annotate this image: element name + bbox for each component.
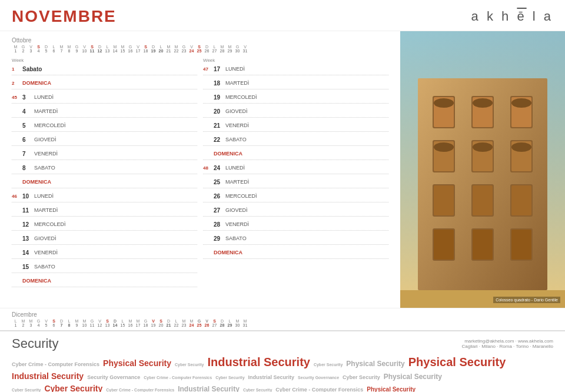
- schedule-area: Week 1 Sabato 2 DOMENICA 45 3 Lunedì: [12, 58, 388, 291]
- tag-physical-security-4: Physical Security: [384, 373, 442, 382]
- tag-industrial-security-4: Industrial Security: [178, 385, 240, 392]
- week-row: DOMENICA: [12, 277, 197, 287]
- logo-akhela: a k h ē l a: [471, 9, 553, 24]
- tag-physical-security-2: Physical Security: [346, 360, 404, 369]
- week-row: DOMENICA: [12, 178, 197, 188]
- week-row: 5 Mercoledì: [12, 121, 197, 132]
- week-row: 14 Venerdì: [12, 248, 197, 259]
- tag-physical-security-1: Physical Security: [103, 358, 171, 368]
- tag-row-3: Cyber Security Cyber Security Cyber Crim…: [12, 383, 553, 392]
- photo-area: Colosseo quadrato - Dario Gentile: [400, 31, 565, 308]
- week-row: 11 Martedì: [12, 206, 197, 217]
- week-row: 19 Mercoledì: [203, 93, 388, 104]
- week-row: 25 Martedì: [203, 178, 388, 188]
- week-row: 1 Sabato: [12, 65, 197, 75]
- ottobre-day-headers: M G V S D L M M G V S D L M M G V S D L: [12, 45, 388, 49]
- week-row: 13 Giovedì: [12, 234, 197, 245]
- tag-cyber-crime-1: Cyber Crime - Computer Forensics: [12, 361, 99, 368]
- svg-rect-23: [473, 185, 493, 215]
- week-row: 48 24 Lunedì: [203, 164, 388, 174]
- tag-cyber-security-1: Cyber Security: [175, 362, 204, 367]
- tag-physical-security-3: Physical Security: [408, 354, 506, 370]
- svg-rect-31: [511, 230, 531, 260]
- svg-rect-29: [473, 230, 493, 260]
- ottobre-dates: 1 2 3 4 5 6 7 8 9 10 11 12 13 14 15 16 1…: [12, 49, 388, 53]
- security-section: Security marketing@akhela.com · www.akhe…: [0, 330, 565, 392]
- dicembre-label: Dicembre: [12, 311, 553, 318]
- tag-industrial-security-2: Industrial Security: [12, 371, 84, 381]
- tag-physical-security-5: Physical Security: [367, 386, 416, 392]
- tag-cyber-security-7: Cyber Security: [243, 387, 272, 392]
- week-row: 45 3 Lunedì: [12, 93, 197, 104]
- week-row: 15 Sabato: [12, 263, 197, 273]
- week-row: 12 Mercoledì: [12, 220, 197, 231]
- week-col-right: Week 47 17 Lunedì 18 Martedì 19 Mercoled…: [203, 58, 388, 291]
- tag-cyber-security-3: Cyber Security: [215, 375, 244, 380]
- security-header: Security marketing@akhela.com · www.akhe…: [12, 336, 553, 351]
- week-row: 21 Venerdì: [203, 121, 388, 132]
- week-row: 18 Martedì: [203, 79, 388, 89]
- week-row: 8 Sabato: [12, 164, 197, 174]
- tag-cyber-security-2: Cyber Security: [314, 362, 343, 367]
- building-image: [400, 31, 565, 308]
- main-content: Ottobre M G V S D L M M G V S D L M M G …: [0, 31, 565, 308]
- dicembre-day-headers: L M M G V S D L M M G V S D L M M G V S …: [12, 319, 553, 323]
- tag-row-2: Industrial Security Security Governance …: [12, 371, 553, 382]
- week-row: 27 Giovedì: [203, 206, 388, 217]
- svg-point-4: [434, 98, 454, 108]
- dicembre-dates: 1 2 3 4 5 6 7 8 9 10 11 12 13 14 15 16 1…: [12, 323, 553, 327]
- logo-novembre: NOVEMBRE: [12, 7, 117, 26]
- tag-industrial-security-3: Industrial Security: [248, 374, 295, 381]
- week-row: 28 Venerdì: [203, 220, 388, 231]
- tag-cloud: Cyber Crime - Computer Forensics Physica…: [12, 354, 553, 392]
- svg-point-10: [511, 98, 531, 108]
- week-row: 46 10 Lunedì: [12, 192, 197, 202]
- svg-point-19: [511, 142, 531, 152]
- week-row: 29 Sabato: [203, 234, 388, 245]
- tag-security-governance-1: Security Governance: [87, 374, 140, 381]
- week-row: DOMENICA: [203, 248, 388, 259]
- tag-row-1: Cyber Crime - Computer Forensics Physica…: [12, 354, 553, 370]
- svg-rect-27: [434, 230, 454, 260]
- week-col-left: Week 1 Sabato 2 DOMENICA 45 3 Lunedì: [12, 58, 197, 291]
- week-row: 4 Martedì: [12, 107, 197, 118]
- tag-cyber-security-5: Cyber Security: [12, 387, 41, 392]
- svg-rect-21: [434, 185, 454, 215]
- svg-point-16: [473, 142, 493, 152]
- svg-point-13: [434, 142, 454, 152]
- tag-cyber-crime-2: Cyber Crime - Computer Forensics: [144, 375, 212, 380]
- svg-point-7: [473, 98, 493, 108]
- week-row: 2 DOMENICA: [12, 79, 197, 89]
- week-row: 7 Venerdì: [12, 150, 197, 160]
- week-row: 22 Sabato: [203, 135, 388, 146]
- week-row: 26 Mercoledì: [203, 192, 388, 202]
- tag-cyber-security-6: Cyber Security: [44, 383, 102, 392]
- ottobre-label: Ottobre: [12, 37, 388, 44]
- photo-caption: Colosseo quadrato - Dario Gentile: [493, 297, 560, 303]
- calendar-area: Ottobre M G V S D L M M G V S D L M M G …: [0, 31, 400, 308]
- dicembre-section: Dicembre L M M G V S D L M M G V S D L M…: [0, 308, 565, 330]
- week-row: DOMENICA: [203, 150, 388, 160]
- tag-cyber-security-4: Cyber Security: [343, 374, 380, 381]
- security-title: Security: [12, 336, 58, 351]
- week-row: 20 Giovedì: [203, 107, 388, 118]
- week-row: 47 17 Lunedì: [203, 65, 388, 75]
- svg-rect-25: [511, 185, 531, 215]
- ottobre-section: Ottobre M G V S D L M M G V S D L M M G …: [12, 37, 388, 53]
- header: NOVEMBRE a k h ē l a: [0, 0, 565, 31]
- tag-cyber-crime-4: Cyber Crime - Computer Forensics: [275, 387, 363, 392]
- tag-cyber-crime-3: Cyber Crime - Computer Forensics: [106, 387, 174, 392]
- tag-security-governance-2: Security Governance: [298, 375, 339, 380]
- tag-industrial-security-1: Industrial Security: [207, 354, 310, 370]
- security-contact: marketing@akhela.com · www.akhela.com Ca…: [462, 338, 553, 349]
- week-row: 6 Giovedì: [12, 135, 197, 146]
